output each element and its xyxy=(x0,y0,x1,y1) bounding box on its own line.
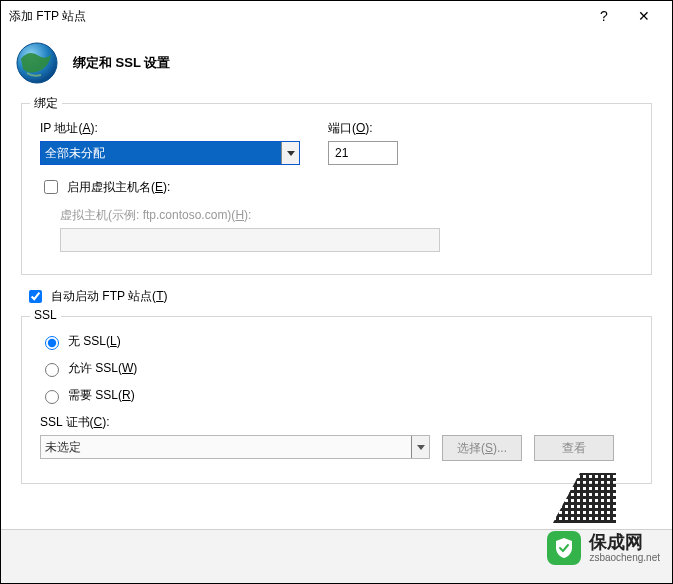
allow-ssl-label: 允许 SSL(W) xyxy=(68,360,137,377)
shield-icon xyxy=(547,531,581,565)
ssl-cert-label: SSL 证书(C): xyxy=(40,415,110,429)
chevron-down-icon[interactable] xyxy=(411,436,429,458)
ip-address-label: IP 地址(A): xyxy=(40,120,300,137)
ssl-cert-dropdown[interactable]: 未选定 xyxy=(40,435,430,459)
port-label: 端口(O): xyxy=(328,120,398,137)
autostart-label: 自动启动 FTP 站点(T) xyxy=(51,288,167,305)
require-ssl-label: 需要 SSL(R) xyxy=(68,387,135,404)
help-button[interactable]: ? xyxy=(584,2,624,30)
close-button[interactable]: ✕ xyxy=(624,2,664,30)
no-ssl-label: 无 SSL(L) xyxy=(68,333,121,350)
chevron-down-icon[interactable] xyxy=(281,142,299,164)
enable-vhost-checkbox[interactable] xyxy=(44,180,58,194)
qr-fragment xyxy=(526,473,616,523)
window-title: 添加 FTP 站点 xyxy=(9,8,584,25)
ssl-legend: SSL xyxy=(30,308,61,322)
vhost-label: 虚拟主机(示例: ftp.contoso.com)(H): xyxy=(60,207,440,224)
ssl-group: SSL 无 SSL(L) 允许 SSL(W) 需要 SSL(R) SSL 证书(… xyxy=(21,316,652,484)
require-ssl-radio[interactable] xyxy=(45,390,59,404)
watermark-brand: 保成网 xyxy=(589,533,660,553)
vhost-input xyxy=(60,228,440,252)
watermark-url: zsbaocheng.net xyxy=(589,552,660,563)
binding-legend: 绑定 xyxy=(30,95,62,112)
ip-address-dropdown[interactable]: 全部未分配 xyxy=(40,141,300,165)
allow-ssl-radio[interactable] xyxy=(45,363,59,377)
binding-group: 绑定 IP 地址(A): 全部未分配 端口(O): xyxy=(21,103,652,275)
wizard-header: 绑定和 SSL 设置 xyxy=(1,31,672,103)
no-ssl-radio[interactable] xyxy=(45,336,59,350)
port-input[interactable] xyxy=(328,141,398,165)
view-cert-button: 查看 xyxy=(534,435,614,461)
wizard-title: 绑定和 SSL 设置 xyxy=(73,54,170,72)
select-cert-button: 选择(S)... xyxy=(442,435,522,461)
content-area: 绑定 IP 地址(A): 全部未分配 端口(O): xyxy=(1,103,672,506)
title-bar: 添加 FTP 站点 ? ✕ xyxy=(1,1,672,31)
globe-icon xyxy=(15,41,59,85)
enable-vhost-label: 启用虚拟主机名(E): xyxy=(67,179,170,196)
watermark: 保成网 zsbaocheng.net xyxy=(547,531,660,565)
autostart-checkbox[interactable] xyxy=(29,290,42,303)
